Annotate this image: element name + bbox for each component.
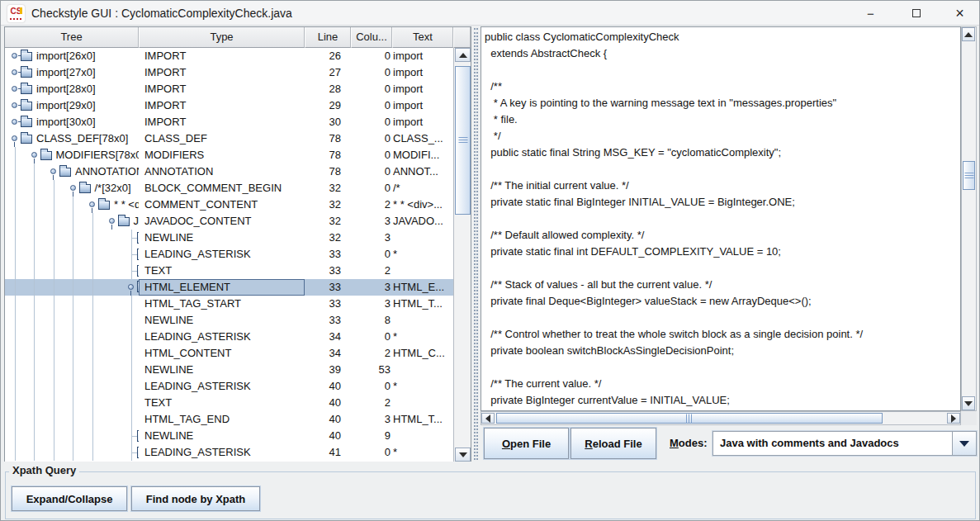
collapse-knob-icon[interactable] [31,152,37,158]
tree-row[interactable]: TEXTTEXT332 [5,263,453,279]
source-code-viewer[interactable]: public class CyclomaticComplexityCheck e… [481,26,961,411]
text-cell: /* [392,180,453,197]
tree-vertical-scrollbar[interactable] [453,48,471,462]
find-node-by-xpath-button[interactable]: Find node by Xpath [131,486,260,511]
collapse-knob-icon[interactable] [89,201,95,207]
tree-row[interactable]: LEADING_ASTERISKLEADING_ASTERISK330* [5,246,453,263]
folder-icon [40,151,52,160]
column-header-text[interactable]: Text [392,27,453,48]
collapse-knob-icon[interactable] [70,185,76,191]
scroll-up-button[interactable] [962,27,975,41]
code-hscrollbar-thumb[interactable] [496,413,883,424]
combo-dropdown-button[interactable] [952,432,976,455]
tree-row[interactable]: TEXTTEXT402 [5,395,453,411]
tree-row[interactable]: NEWLINENEWLINE409 [5,428,453,444]
tree-row[interactable]: NEWLINENEWLINE323 [5,230,453,246]
tree-row[interactable]: HTML_TAG_ENDHTML_TAG_END403HTML_T... [5,411,453,428]
scroll-down-button[interactable] [962,396,975,410]
tree-row[interactable]: import[26x0]IMPORT260import [5,48,453,64]
tree-guide-line [15,312,16,329]
tree-connector [131,271,137,272]
column-header-line[interactable]: Line [305,27,351,48]
mode-selected-value: Java with comments and Javadocs [720,432,899,455]
scroll-down-button[interactable] [455,448,471,462]
tree-row[interactable]: import[30x0]IMPORT300import [5,114,453,130]
tree-guide-line [131,411,132,428]
text-cell: import [392,97,453,114]
text-cell: * [392,246,453,263]
tree-cell: import[28x0] [5,81,139,97]
tree-row[interactable]: LEADING_ASTERISKLEADING_ASTERISK340* [5,329,453,345]
line-cell: 26 [305,48,351,64]
tree-row[interactable]: NEWLINENEWLINE3953 [5,362,453,378]
tree-row[interactable]: LEADING_ASTERISKLEADING_ASTERISK400* [5,378,453,395]
column-cell: 0 [351,378,392,395]
type-cell: LEADING_ASTERISK [139,329,305,345]
column-header-type[interactable]: Type [139,27,305,48]
tree-row[interactable]: * * <div>...COMMENT_CONTENT322* * <div>.… [5,197,453,213]
column-header-tree[interactable]: Tree [5,27,139,48]
tree-row[interactable]: HTML_ELEMENTHTML_ELEMENT333HTML_E... [5,279,453,296]
tree-row[interactable]: import[28x0]IMPORT280import [5,81,453,97]
column-header-colu[interactable]: Colu... [351,27,392,48]
tree-row[interactable]: HTML_CONTENTHTML_CONTENT342HTML_C... [5,345,453,362]
text-cell [392,428,453,444]
collapse-knob-icon[interactable] [109,218,115,224]
tree-guide-line [54,345,54,362]
maximize-button[interactable] [893,1,939,26]
expand-knob-icon[interactable] [12,86,17,92]
tree-guide-line [15,378,16,395]
scroll-left-button[interactable] [481,413,495,424]
scroll-right-button[interactable] [947,413,960,424]
tree-row[interactable]: MODIFIERS[78x0]MODIFIERS780MODIFI... [5,147,453,163]
tree-row[interactable]: JAVADOC_CONTENTJAVADOC_CONTENT323JAVADO.… [5,213,453,230]
expand-knob-icon[interactable] [12,119,17,125]
line-cell: 30 [305,114,351,130]
expand-knob-icon[interactable] [12,53,17,59]
tree-row[interactable]: import[29x0]IMPORT290import [5,97,453,114]
reload-file-button[interactable]: Reload File [570,428,656,459]
type-cell: NEWLINE [139,362,305,378]
minimize-button[interactable]: − [848,1,893,26]
column-cell: 3 [351,411,392,428]
tree-row[interactable]: /*[32x0]BLOCK_COMMENT_BEGIN320/* [5,180,453,197]
tree-row[interactable]: LEADING_ASTERISKLEADING_ASTERISK410* [5,444,453,461]
code-horizontal-scrollbar[interactable] [481,411,961,425]
tree-row[interactable]: import[27x0]IMPORT270import [5,64,453,81]
collapse-knob-icon[interactable] [128,284,134,290]
tree-row[interactable]: HTML_TAG_STARTHTML_TAG_START333HTML_T... [5,296,453,312]
tree-scrollbar-thumb[interactable] [455,66,471,215]
tree-guide-line [92,329,93,345]
tree-row[interactable]: ANNOTATION[78x0]ANNOTATION780ANNOT... [5,163,453,180]
collapse-knob-icon[interactable] [50,168,56,174]
collapse-knob-icon[interactable] [12,135,17,141]
tree-guide-line [73,246,73,263]
split-pane-divider[interactable] [471,26,481,462]
type-cell: ANNOTATION [139,163,305,180]
code-vertical-scrollbar[interactable] [961,26,977,411]
expand-collapse-button[interactable]: Expand/Collapse [12,486,127,511]
text-cell: ANNOT... [392,163,453,180]
tree-row[interactable]: CLASS_DEF[78x0]CLASS_DEF780CLASS_... [5,130,453,147]
line-cell: 40 [305,411,351,428]
close-button[interactable]: × [939,1,980,26]
divider-grip-icon [474,28,478,460]
tree-cell: TEXT [5,395,139,411]
tree-guide-line [92,345,93,362]
tree-guide-line [73,230,73,246]
text-cell: import [392,48,453,64]
column-cell: 2 [351,263,392,279]
scroll-up-button[interactable] [455,48,471,62]
open-file-button[interactable]: Open File [484,428,569,459]
text-cell: * [392,329,453,345]
expand-knob-icon[interactable] [12,69,17,75]
tree-row[interactable]: NEWLINENEWLINE338 [5,312,453,329]
line-cell: 40 [305,428,351,444]
tree-guide-line [34,395,35,411]
expand-knob-icon[interactable] [12,102,17,108]
arrow-down-icon [459,452,467,457]
mode-select[interactable]: Java with comments and Javadocs [713,431,977,456]
arrow-up-icon [459,53,467,58]
code-scrollbar-thumb[interactable] [963,161,975,190]
tree-connector [131,452,137,453]
